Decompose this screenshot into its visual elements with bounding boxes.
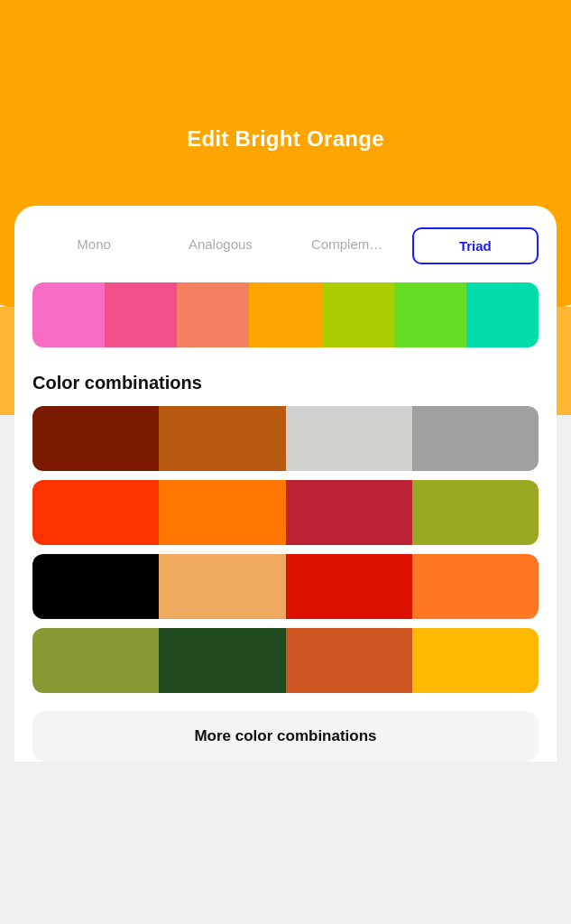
- combo-4-swatch-1: [32, 628, 159, 693]
- tabs-container: Mono Analogous Complem… Triad: [32, 227, 539, 264]
- combo-2-swatch-1: [32, 480, 159, 545]
- page-title: Edit Bright Orange: [187, 126, 384, 151]
- strip-color-6: [394, 282, 466, 347]
- combo-row-4[interactable]: [32, 628, 539, 693]
- combinations-list: [32, 406, 539, 693]
- color-strip: [32, 282, 539, 347]
- combo-row-2[interactable]: [32, 480, 539, 545]
- strip-color-1: [32, 282, 105, 347]
- strip-color-5: [322, 282, 394, 347]
- combo-2-swatch-4: [412, 480, 539, 545]
- combo-3-swatch-2: [159, 554, 285, 619]
- combo-1-swatch-3: [286, 406, 412, 471]
- combo-2-swatch-2: [159, 480, 285, 545]
- strip-color-7: [466, 282, 539, 347]
- combo-row-3[interactable]: [32, 554, 539, 619]
- combo-row-1[interactable]: [32, 406, 539, 471]
- tab-mono[interactable]: Mono: [32, 227, 155, 264]
- tab-analogous[interactable]: Analogous: [159, 227, 281, 264]
- strip-color-4: [249, 282, 321, 347]
- combo-2-swatch-3: [286, 480, 412, 545]
- combo-3-swatch-4: [412, 554, 539, 619]
- combo-3-swatch-3: [286, 554, 412, 619]
- header-area: Edit Bright Orange: [0, 0, 571, 206]
- strip-color-3: [177, 282, 249, 347]
- strip-color-2: [105, 282, 177, 347]
- page-wrapper: Edit Bright Orange Mono Analogous Comple…: [0, 0, 571, 924]
- combo-3-swatch-1: [32, 554, 159, 619]
- combo-1-swatch-1: [32, 406, 159, 471]
- tab-complementary[interactable]: Complem…: [286, 227, 409, 264]
- section-title: Color combinations: [32, 373, 539, 393]
- combo-1-swatch-2: [159, 406, 285, 471]
- combo-4-swatch-4: [412, 628, 539, 693]
- combo-4-swatch-2: [159, 628, 285, 693]
- combo-1-swatch-4: [412, 406, 539, 471]
- tab-triad[interactable]: Triad: [412, 227, 539, 264]
- main-card: Mono Analogous Complem… Triad Color comb…: [14, 206, 557, 762]
- more-combinations-button[interactable]: More color combinations: [32, 711, 539, 762]
- combo-4-swatch-3: [286, 628, 412, 693]
- more-button-wrap: More color combinations: [32, 711, 539, 762]
